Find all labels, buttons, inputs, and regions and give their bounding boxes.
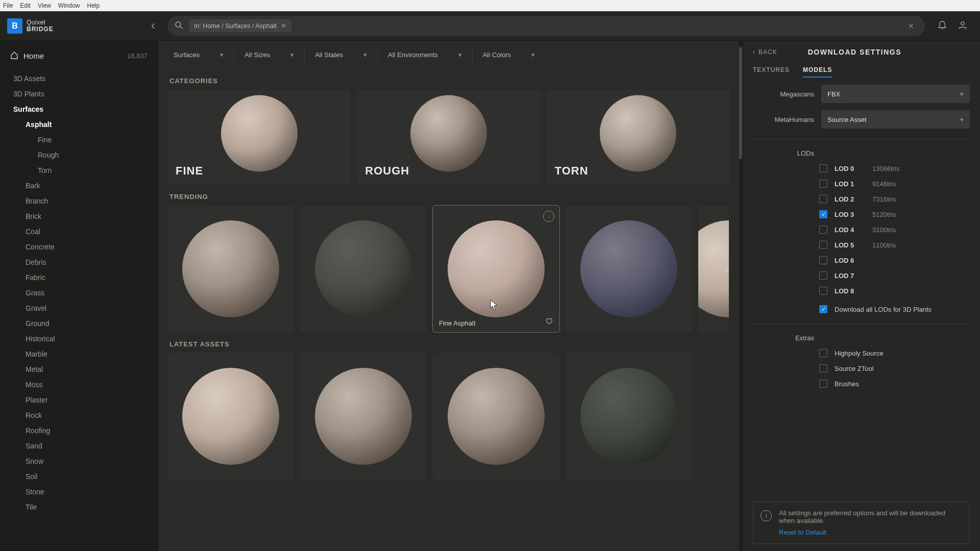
carousel-next-button[interactable]: › [717,254,737,284]
asset-card[interactable] [433,353,559,480]
sidebar-item[interactable]: Fine [13,132,158,147]
asset-card[interactable] [300,353,427,480]
category-torn[interactable]: TORN [547,90,730,185]
download-all-plants-checkbox[interactable] [819,305,827,313]
chip-remove-icon[interactable]: ✕ [281,22,286,30]
lod-checkbox[interactable] [819,241,827,249]
section-categories-title: CATEGORIES [163,69,734,90]
brand-text: Quixel BRIDGE [27,19,54,32]
sidebar-item[interactable]: Bark [13,178,158,193]
select-value: FBX [827,90,840,98]
sidebar-item[interactable]: 3D Assets [13,71,158,86]
sidebar-item[interactable]: Tile [13,499,158,515]
sidebar-item[interactable]: Historical [13,331,158,346]
chip-label: In: Home / Surfaces / Asphalt [194,22,277,30]
sidebar-item[interactable]: Rock [13,408,158,423]
clear-search-button[interactable]: ✕ [904,19,918,33]
extra-row: Highpoly Source [819,349,970,357]
download-icon[interactable]: ↓ [543,211,554,222]
sidebar-home[interactable]: Home 16,837 [0,44,158,68]
lod-checkbox[interactable] [819,180,827,188]
sidebar-item[interactable]: Brick [13,209,158,224]
asset-card[interactable] [167,206,294,332]
lod-checkbox[interactable] [819,210,827,218]
home-label: Home [23,52,44,60]
extra-label: Source ZTool [835,365,874,372]
panel-back-button[interactable]: ‹ BACK [753,48,777,56]
sidebar-item[interactable]: Rough [13,147,158,163]
megascans-label: Megascans [753,90,814,98]
reset-default-link[interactable]: Reset to Default [779,529,962,536]
nav-back-button[interactable] [146,19,160,33]
search-breadcrumb-chip[interactable]: In: Home / Surfaces / Asphalt ✕ [189,19,291,32]
tab-textures[interactable]: TEXTURES [753,63,790,78]
sidebar-item[interactable]: Asphalt [13,117,158,132]
lod-checkbox[interactable] [819,195,827,203]
megascans-select[interactable]: FBX ▾ [821,85,970,103]
chevron-down-icon: ▾ [458,51,462,59]
sidebar-item[interactable]: 3D Plants [13,86,158,102]
lod-checkbox[interactable] [819,256,827,264]
sidebar-item[interactable]: Gravel [13,300,158,316]
sphere-icon [221,95,298,172]
sidebar-item[interactable]: Ground [13,316,158,331]
sidebar-item[interactable]: Metal [13,362,158,377]
sidebar-item[interactable]: Surfaces [13,102,158,117]
lod-checkbox[interactable] [819,226,827,234]
latest-row [163,353,734,480]
home-icon [10,51,18,61]
filter-dropdown[interactable]: All Environments▾ [378,46,473,64]
user-icon[interactable] [958,20,968,32]
sidebar-item[interactable]: Fabric [13,270,158,285]
extra-checkbox[interactable] [819,364,827,372]
sidebar-item[interactable]: Grass [13,285,158,300]
sidebar-item[interactable]: Moss [13,377,158,392]
favorite-icon[interactable] [545,317,553,327]
tab-models[interactable]: MODELS [803,63,832,78]
sidebar-item[interactable]: Branch [13,193,158,209]
asset-card[interactable] [566,206,692,332]
notifications-icon[interactable] [937,20,947,32]
asset-card[interactable] [167,353,294,480]
filter-dropdown[interactable]: All Sizes▾ [234,46,305,64]
lod-tris: 7316tris [872,195,896,203]
lod-checkbox[interactable] [819,271,827,280]
sidebar-item[interactable]: Plaster [13,392,158,408]
search-bar[interactable]: In: Home / Surfaces / Asphalt ✕ ✕ [167,16,925,36]
sidebar-item[interactable]: Debris [13,255,158,270]
asset-card[interactable] [300,206,427,332]
filter-dropdown[interactable]: Surfaces▾ [163,46,234,64]
menu-edit[interactable]: Edit [20,2,31,9]
filter-dropdown[interactable]: All Colors▾ [473,46,546,64]
asset-card-hovered[interactable]: ↓ Fine Asphalt [433,206,559,332]
svg-point-2 [961,21,964,24]
chevron-down-icon: ▾ [363,51,367,59]
extra-checkbox[interactable] [819,349,827,357]
sidebar-item[interactable]: Coal [13,224,158,239]
sidebar-item[interactable]: Stone [13,484,158,499]
sidebar-item[interactable]: Roofing [13,423,158,438]
asset-card[interactable] [566,353,692,480]
menu-window[interactable]: Window [58,2,80,9]
extra-checkbox[interactable] [819,380,827,388]
lod-tris: 5120tris [872,211,896,218]
category-rough[interactable]: ROUGH [357,90,540,185]
filter-dropdown[interactable]: All States▾ [305,46,378,64]
menu-view[interactable]: View [38,2,51,9]
category-fine[interactable]: FINE [167,90,351,185]
sidebar-item[interactable]: Marble [13,346,158,362]
sidebar-item[interactable]: Torn [13,163,158,178]
sidebar-item[interactable]: Snow [13,454,158,469]
sidebar-item[interactable]: Sand [13,438,158,454]
extra-row: Brushes [819,380,970,388]
app-menubar[interactable]: File Edit View Window Help [0,0,980,11]
extra-label: Brushes [835,380,859,388]
metahumans-select[interactable]: Source Asset ▾ [821,110,970,129]
lod-checkbox[interactable] [819,287,827,295]
menu-file[interactable]: File [3,2,13,9]
home-count: 16,837 [127,52,148,60]
sidebar-item[interactable]: Soil [13,469,158,484]
lod-checkbox[interactable] [819,164,827,172]
sidebar-item[interactable]: Concrete [13,239,158,255]
menu-help[interactable]: Help [87,2,100,9]
